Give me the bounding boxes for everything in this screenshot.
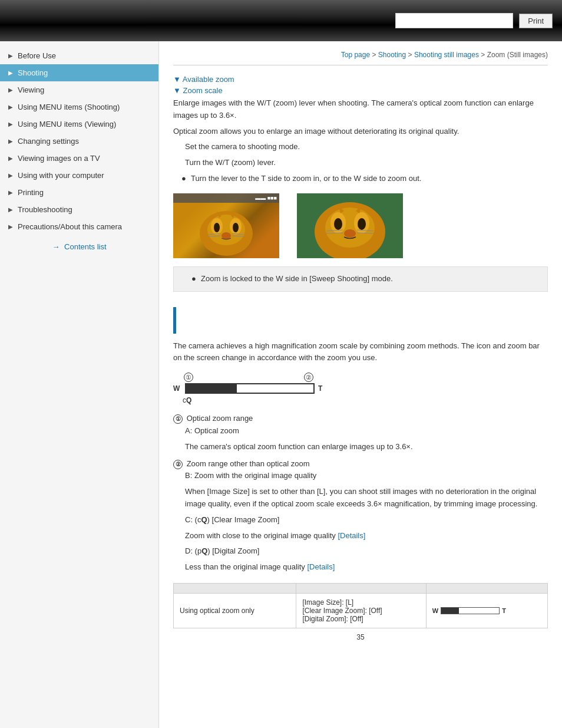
arrow-icon: ▶ <box>8 104 13 110</box>
sidebar: ▶ Before Use ▶ Shooting ▶ Viewing ▶ Usin… <box>0 41 159 728</box>
sidebar-item-viewing-tv[interactable]: ▶ Viewing images on a TV <box>0 150 158 167</box>
sidebar-item-label: Changing settings <box>18 137 79 146</box>
zoom-table: Using optical zoom only [Image Size]: [L… <box>173 583 548 628</box>
sidebar-item-menu-shooting[interactable]: ▶ Using MENU items (Shooting) <box>0 98 158 116</box>
svg-point-18 <box>334 218 342 230</box>
sidebar-item-changing-settings[interactable]: ▶ Changing settings <box>0 133 158 150</box>
mini-t-label: T <box>502 607 506 614</box>
numbered-item-2: ② Zoom range other than optical zoom B: … <box>173 458 548 574</box>
num-2-sub-c-detail: Zoom with close to the original image qu… <box>173 530 548 542</box>
breadcrumb-shooting[interactable]: Shooting <box>378 51 406 59</box>
arrow-icon: ▶ <box>8 70 13 76</box>
sidebar-item-printing[interactable]: ▶ Printing <box>0 184 158 201</box>
sidebar-item-label: Viewing images on a TV <box>18 154 100 163</box>
zoom-empty <box>237 384 313 393</box>
arrow-icon: ▶ <box>8 87 13 93</box>
details-link-c[interactable]: [Details] <box>338 531 365 540</box>
zoom-scale-text: The camera achieves a high magnification… <box>173 340 548 365</box>
sidebar-item-label: Precautions/About this camera <box>18 222 122 231</box>
breadcrumb-sep3: > <box>481 51 487 59</box>
arrow-icon: ▶ <box>8 206 13 213</box>
arrow-icon: ▶ <box>8 52 13 59</box>
breadcrumb-sep2: > <box>408 51 414 59</box>
sidebar-item-using-computer[interactable]: ▶ Using with your computer <box>0 167 158 184</box>
sidebar-item-menu-viewing[interactable]: ▶ Using MENU items (Viewing) <box>0 116 158 133</box>
sidebar-item-label: Using MENU items (Shooting) <box>18 103 120 111</box>
breadcrumb: Top page > Shooting > Shooting still ima… <box>173 51 548 59</box>
num-circle-2: ② <box>173 460 183 469</box>
circle-1: ① <box>184 373 193 382</box>
cat-image-wide: ▬▬ ■■■ <box>173 193 279 258</box>
svg-point-20 <box>344 229 356 238</box>
sidebar-item-label: Troubleshooting <box>18 205 72 214</box>
header: Print <box>0 0 562 41</box>
sidebar-item-shooting[interactable]: ▶ Shooting <box>0 64 158 81</box>
sidebar-item-label: Before Use <box>18 51 56 60</box>
table-header-3 <box>426 583 547 593</box>
num-2-sub-d: D: (pQ) [Digital Zoom] <box>173 545 548 558</box>
sidebar-item-label: Printing <box>18 188 44 197</box>
note-text: Zoom is locked to the W side in [Sweep S… <box>183 273 538 285</box>
arrow-icon: ▶ <box>8 155 13 162</box>
step-2: Turn the W/T (zoom) lever. <box>173 157 548 169</box>
contents-list-link[interactable]: → Contents list <box>0 235 158 258</box>
svg-point-6 <box>222 232 231 239</box>
mini-zoom-track <box>441 607 500 614</box>
zoom-cq: cQ <box>173 396 338 404</box>
sidebar-item-viewing[interactable]: ▶ Viewing <box>0 81 158 98</box>
num-2-sub-b-detail: When [Image Size] is set to other than [… <box>173 486 548 510</box>
images-row: ▬▬ ■■■ <box>173 193 548 258</box>
svg-point-19 <box>358 218 366 230</box>
arrow-icon: ▶ <box>8 172 13 179</box>
main-layout: ▶ Before Use ▶ Shooting ▶ Viewing ▶ Usin… <box>0 41 562 728</box>
intro-text-2: Optical zoom allows you to enlarge an im… <box>173 126 548 138</box>
breadcrumb-top[interactable]: Top page <box>341 51 370 59</box>
num-2-sub-b: B: Zoom with the original image quality <box>173 470 548 482</box>
table-cell-col2: [Image Size]: [L] [Clear Image Zoom]: [O… <box>296 593 426 628</box>
svg-point-5 <box>233 223 239 232</box>
mini-w-label: W <box>432 607 438 614</box>
numbered-item-1: ① Optical zoom range A: Optical zoom The… <box>173 413 548 453</box>
circle-2: ② <box>304 373 313 382</box>
zoom-t-label: T <box>318 384 326 393</box>
contents-list-anchor[interactable]: Contents list <box>64 242 107 251</box>
breadcrumb-still-images[interactable]: Shooting still images <box>414 51 479 59</box>
table-row: Using optical zoom only [Image Size]: [L… <box>174 593 548 628</box>
breadcrumb-zoom: Zoom (Still images) <box>487 51 548 59</box>
sidebar-item-before-use[interactable]: ▶ Before Use <box>0 47 158 64</box>
num-2-title: ② Zoom range other than optical zoom <box>173 458 548 470</box>
note-box: Zoom is locked to the W side in [Sweep S… <box>173 266 548 292</box>
table-header-1 <box>174 583 296 593</box>
details-link-d[interactable]: [Details] <box>307 562 335 571</box>
zoom-filled-optical <box>186 384 237 393</box>
intro-text-1: Enlarge images with the W/T (zoom) lever… <box>173 97 548 122</box>
cat-image-zoom: ▬▬ ■■■ <box>297 193 403 258</box>
num-1-sub-a-detail: The camera's optical zoom function can e… <box>173 441 548 453</box>
zoom-scale-link[interactable]: Zoom scale <box>173 86 548 95</box>
table-cell-col1: Using optical zoom only <box>174 593 296 628</box>
num-2-sub-d-detail: Less than the original image quality [De… <box>173 561 548 574</box>
search-input[interactable] <box>395 13 513 28</box>
arrow-icon: ▶ <box>8 189 13 196</box>
table-cell-col3: W T <box>426 593 547 628</box>
page-number: 35 <box>173 633 548 641</box>
print-button[interactable]: Print <box>519 14 553 28</box>
table-header-2 <box>296 583 426 593</box>
sidebar-item-label: Using with your computer <box>18 171 104 180</box>
divider <box>173 65 548 65</box>
zoom-w-label: W <box>173 384 181 393</box>
bullet-1: Turn the lever to the T side to zoom in,… <box>173 173 548 185</box>
mini-zoom-bar: W T <box>432 607 541 614</box>
content-area: Top page > Shooting > Shooting still ima… <box>159 41 562 728</box>
num-1-sub-a: A: Optical zoom <box>173 425 548 437</box>
arrow-icon: ▶ <box>8 138 13 144</box>
sidebar-item-label: Shooting <box>18 68 48 77</box>
sidebar-item-troubleshooting[interactable]: ▶ Troubleshooting <box>0 201 158 218</box>
step-1: Set the camera to shooting mode. <box>173 141 548 153</box>
svg-point-4 <box>214 223 220 232</box>
zoom-diagram: ① ② W T cQ <box>173 373 338 404</box>
sidebar-item-precautions[interactable]: ▶ Precautions/About this camera <box>0 218 158 235</box>
sidebar-item-label: Using MENU items (Viewing) <box>18 120 116 129</box>
zoom-track <box>185 383 315 394</box>
available-zoom-link[interactable]: Available zoom <box>173 75 548 84</box>
